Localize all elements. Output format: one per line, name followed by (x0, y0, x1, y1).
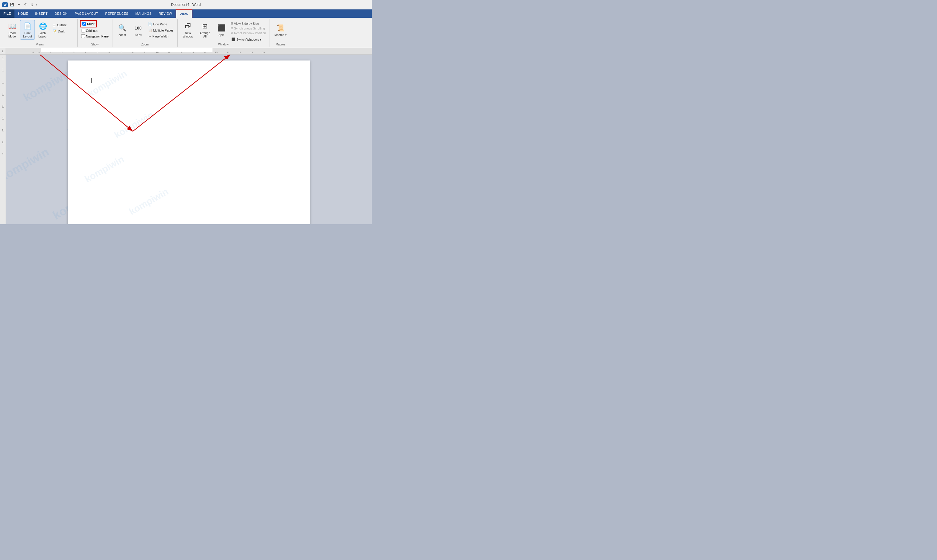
view-side-by-side-button[interactable]: ⧉ View Side by Side (230, 21, 267, 26)
macros-group-label: Macros (272, 42, 289, 47)
zoom-label: Zoom (118, 33, 126, 37)
tab-mailings[interactable]: MAILINGS (132, 9, 155, 18)
new-window-button[interactable]: 🗗 NewWindow (180, 20, 196, 40)
page-watermark-1: kompiwin (86, 68, 129, 99)
macros-button[interactable]: 📜 Macros ▾ (272, 20, 289, 40)
window-title: Document4 - Word (171, 3, 201, 7)
read-mode-button[interactable]: 📖 ReadMode (5, 20, 20, 40)
window-group-items: 🗗 NewWindow ⊞ ArrangeAll ⬛ Split ⧉ View … (180, 19, 267, 42)
zoom-button[interactable]: 🔍 Zoom (115, 20, 129, 40)
reset-window-position-button[interactable]: ⧉ Reset Window Position (230, 31, 267, 35)
one-page-label: One Page (153, 22, 167, 26)
navigation-pane-checkbox[interactable] (81, 34, 85, 38)
tab-file[interactable]: FILE (0, 9, 14, 18)
page-watermarks: kompiwin kompiwin kompiwin kompiwin (68, 60, 310, 224)
tab-design[interactable]: DESIGN (51, 9, 71, 18)
outline-label: Outline (57, 23, 67, 27)
ruler-label: Ruler (87, 22, 94, 26)
outline-button[interactable]: ☰ Outline (51, 22, 75, 28)
switch-windows-button[interactable]: ⬛ Switch Windows ▾ (230, 37, 267, 42)
window-large-buttons: 🗗 NewWindow ⊞ ArrangeAll ⬛ Split (180, 20, 229, 40)
switch-windows-label: Switch Windows ▾ (236, 38, 262, 41)
page-watermark-3: kompiwin (83, 154, 126, 185)
navigation-pane-checkbox-label[interactable]: Navigation Pane (80, 34, 110, 38)
ruler-numbers: -2 -1 1 2 3 4 5 6 7 8 9 10 11 12 13 14 1… (6, 48, 372, 54)
page-width-label: Page Width (152, 34, 169, 38)
print-preview-button[interactable]: 🖨 (29, 2, 34, 7)
web-layout-label: WebLayout (38, 32, 47, 38)
draft-label: Draft (58, 29, 65, 33)
views-large-buttons: 📖 ReadMode 📄 PrintLayout 🌐 WebLayout (5, 20, 50, 40)
show-group-items: Ruler Gridlines Navigation Pane (80, 19, 110, 42)
redo-button[interactable]: ↺ (23, 2, 28, 7)
tab-page-layout[interactable]: PAGE LAYOUT (71, 9, 102, 18)
ruler-checkbox-label[interactable]: Ruler (81, 21, 95, 26)
read-mode-label: ReadMode (8, 32, 15, 38)
macros-label: Macros ▾ (274, 33, 286, 37)
switch-windows-icon: ⬛ (231, 37, 235, 41)
print-layout-button[interactable]: 📄 PrintLayout (20, 20, 35, 40)
outline-icon: ☰ (53, 23, 56, 27)
web-layout-button[interactable]: 🌐 WebLayout (35, 20, 50, 40)
synchronous-scrolling-label: Synchronous Scrolling (234, 26, 265, 30)
print-layout-label: PrintLayout (23, 32, 32, 38)
word-icon-area: W 💾 ↩ ↺ 🖨 ▾ (2, 2, 37, 7)
window-group-label: Window (180, 42, 267, 47)
macros-group-items: 📜 Macros ▾ (272, 19, 289, 42)
multiple-pages-button[interactable]: 📋 Multiple Pages (147, 28, 175, 33)
ruler-track: // ticks drawn via template below -2 -1 … (6, 48, 372, 54)
zoom-100-button[interactable]: 100 100% (131, 20, 146, 40)
arrange-all-button[interactable]: ⊞ ArrangeAll (197, 20, 213, 40)
split-label: Split (218, 33, 224, 37)
word-logo: W (2, 2, 8, 7)
draft-icon: 📝 (53, 29, 57, 33)
new-window-icon: 🗗 (183, 22, 193, 31)
views-group-label: Views (5, 42, 75, 47)
ribbon-group-views: 📖 ReadMode 📄 PrintLayout 🌐 WebLayout ☰ O… (2, 19, 78, 47)
vertical-ruler: 2 1 1 2 3 4 5 6 7 (0, 55, 6, 224)
views-group-items: 📖 ReadMode 📄 PrintLayout 🌐 WebLayout ☰ O… (5, 19, 75, 42)
gridlines-checkbox[interactable] (81, 29, 85, 32)
ribbon-group-macros: 📜 Macros ▾ Macros (269, 19, 292, 47)
synchronous-scrolling-button[interactable]: ⧉ Synchronous Scrolling (230, 26, 267, 31)
zoom-group-items: 🔍 Zoom 100 100% 📄 One Page 📋 Multiple Pa… (115, 19, 175, 42)
tab-view[interactable]: VIEW (175, 9, 192, 18)
view-side-by-side-icon: ⧉ (231, 22, 233, 25)
zoom-100-label: 100% (134, 33, 142, 37)
new-window-label: NewWindow (183, 32, 193, 38)
arrange-all-icon: ⊞ (200, 22, 209, 31)
document-area: kompiwin kompiwin kompiwin kompiwin komp… (6, 55, 372, 224)
ribbon-content: 📖 ReadMode 📄 PrintLayout 🌐 WebLayout ☰ O… (0, 18, 372, 48)
undo-button[interactable]: ↩ (17, 2, 22, 7)
horizontal-ruler: L // ticks drawn via template below -2 -… (0, 48, 372, 55)
read-mode-icon: 📖 (8, 22, 17, 31)
save-button[interactable]: 💾 (9, 2, 15, 7)
print-layout-icon: 📄 (23, 22, 32, 31)
tab-home[interactable]: HOME (14, 9, 32, 18)
title-bar: W 💾 ↩ ↺ 🖨 ▾ Document4 - Word (0, 0, 372, 9)
window-side-buttons: ⧉ View Side by Side ⧉ Synchronous Scroll… (230, 20, 267, 42)
page-width-button[interactable]: ↔ Page Width (147, 34, 175, 39)
macros-icon: 📜 (275, 23, 285, 33)
one-page-button[interactable]: 📄 One Page (147, 21, 175, 27)
multiple-pages-label: Multiple Pages (153, 29, 174, 32)
tab-review[interactable]: REVIEW (155, 9, 175, 18)
ribbon-group-zoom: 🔍 Zoom 100 100% 📄 One Page 📋 Multiple Pa… (112, 19, 178, 47)
gridlines-checkbox-label[interactable]: Gridlines (80, 28, 99, 33)
page-watermark-4: kompiwin (127, 186, 170, 217)
watermark-1: kompiwin (21, 66, 75, 104)
zoom-small-btns: 📄 One Page 📋 Multiple Pages ↔ Page Width (147, 20, 175, 39)
zoom-group-label: Zoom (115, 42, 175, 47)
web-layout-icon: 🌐 (38, 22, 48, 31)
reset-window-position-label: Reset Window Position (234, 31, 266, 35)
ruler-checkbox-highlighted: Ruler (80, 20, 97, 28)
split-button[interactable]: ⬛ Split (214, 20, 229, 40)
tab-references[interactable]: REFERENCES (102, 9, 132, 18)
ruler-checkbox[interactable] (82, 22, 86, 26)
zoom-icon: 🔍 (117, 23, 127, 33)
draft-button[interactable]: 📝 Draft (51, 28, 75, 34)
ribbon-group-show: Ruler Gridlines Navigation Pane Show (78, 19, 112, 47)
multiple-pages-icon: 📋 (148, 28, 152, 32)
text-cursor (91, 78, 92, 83)
tab-insert[interactable]: INSERT (32, 9, 51, 18)
